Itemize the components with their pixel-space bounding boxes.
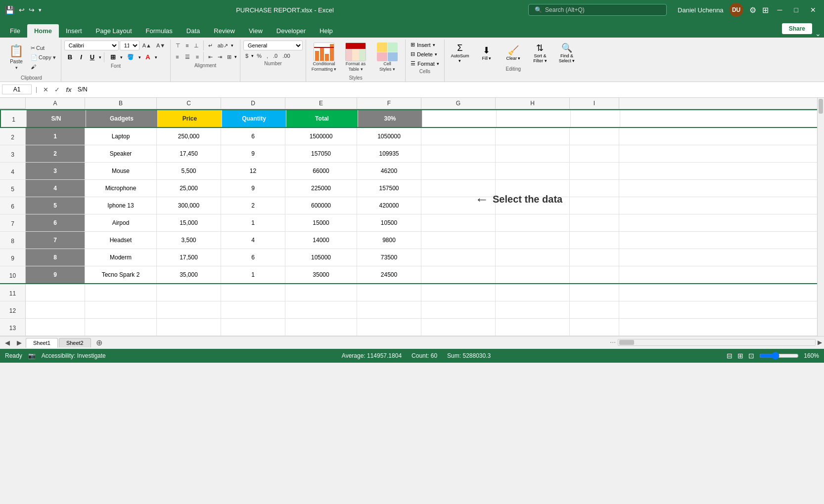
cell-f13[interactable] <box>357 319 421 336</box>
undo-icon[interactable]: ↩ <box>19 6 25 14</box>
increase-font-button[interactable]: A▲ <box>140 42 153 49</box>
underline-button[interactable]: U <box>87 52 98 62</box>
cell-h1[interactable] <box>497 110 571 127</box>
tab-view[interactable]: View <box>242 24 270 38</box>
horizontal-scrollbar-thumb[interactable] <box>619 340 634 345</box>
cell-e4[interactable]: 66000 <box>285 163 357 179</box>
vertical-scrollbar[interactable] <box>817 98 824 336</box>
tab-page-layout[interactable]: Page Layout <box>89 24 139 38</box>
paste-button[interactable]: 📋 Paste ▾ <box>5 42 28 72</box>
cell-d10[interactable]: 1 <box>221 266 285 283</box>
tab-insert[interactable]: Insert <box>59 24 89 38</box>
confirm-formula-icon[interactable]: ✓ <box>52 85 62 94</box>
font-family-select[interactable]: Calibri <box>64 41 119 50</box>
normal-view-icon[interactable]: ⊟ <box>727 352 732 360</box>
decrease-font-button[interactable]: A▼ <box>154 42 167 49</box>
col-header-h[interactable]: H <box>496 98 570 109</box>
cell-f11[interactable] <box>357 284 421 301</box>
decrease-indent-button[interactable]: ⇤ <box>206 53 215 61</box>
cell-a4[interactable]: 3 <box>26 163 85 179</box>
cell-g7[interactable] <box>421 214 496 231</box>
cell-a1[interactable]: S/N <box>27 110 86 127</box>
cell-d13[interactable] <box>221 319 285 336</box>
cell-b10[interactable]: Tecno Spark 2 <box>85 266 157 283</box>
wrap-text-button[interactable]: ↵ <box>206 42 215 50</box>
col-header-b[interactable]: B <box>85 98 157 109</box>
maximize-btn[interactable]: □ <box>791 5 801 15</box>
merge-center-button[interactable]: ⊞ <box>225 53 233 61</box>
cell-a8[interactable]: 7 <box>26 232 85 249</box>
cell-i2[interactable] <box>570 128 619 145</box>
cell-d5[interactable]: 9 <box>221 180 285 197</box>
cell-h12[interactable] <box>496 301 570 318</box>
cell-c6[interactable]: 300,000 <box>157 197 221 214</box>
font-color-button[interactable]: A <box>142 52 153 62</box>
add-sheet-button[interactable]: ⊕ <box>92 337 106 348</box>
clear-button[interactable]: 🧹 Clear ▾ <box>501 43 526 63</box>
cell-e3[interactable]: 157050 <box>285 145 357 162</box>
cell-b6[interactable]: Iphone 13 <box>85 197 157 214</box>
cell-f2[interactable]: 1050000 <box>357 128 421 145</box>
zoom-slider[interactable] <box>759 352 799 360</box>
tab-formulas[interactable]: Formulas <box>139 24 180 38</box>
cell-i11[interactable] <box>570 284 619 301</box>
cell-b5[interactable]: Microphone <box>85 180 157 197</box>
cell-a13[interactable] <box>26 319 85 336</box>
cell-e12[interactable] <box>285 301 357 318</box>
font-color-dropdown-icon[interactable]: ▾ <box>155 55 157 60</box>
cell-h4[interactable] <box>496 163 570 179</box>
row-num-3[interactable]: 3 <box>0 145 26 162</box>
align-left-button[interactable]: ≡ <box>174 53 181 61</box>
scrollbar-thumb[interactable] <box>819 99 823 114</box>
cell-g1[interactable] <box>422 110 497 127</box>
delete-button[interactable]: ⊟ Delete ▾ <box>409 50 441 58</box>
row-num-5[interactable]: 5 <box>0 180 26 197</box>
merge-dropdown-icon[interactable]: ▾ <box>234 54 237 59</box>
user-avatar[interactable]: DU <box>730 3 743 17</box>
cell-a3[interactable]: 2 <box>26 145 85 162</box>
col-header-d[interactable]: D <box>221 98 285 109</box>
cell-c13[interactable] <box>157 319 221 336</box>
cell-e13[interactable] <box>285 319 357 336</box>
cell-g3[interactable] <box>421 145 496 162</box>
cell-d12[interactable] <box>221 301 285 318</box>
cell-i5[interactable] <box>570 180 619 197</box>
col-header-f[interactable]: F <box>357 98 421 109</box>
save-icon[interactable]: 💾 <box>5 5 15 15</box>
tab-home[interactable]: Home <box>27 24 59 38</box>
cell-d6[interactable]: 2 <box>221 197 285 214</box>
row-num-8[interactable]: 8 <box>0 232 26 249</box>
close-btn[interactable]: ✕ <box>807 5 819 15</box>
cell-h2[interactable] <box>496 128 570 145</box>
settings-icon[interactable]: ⚙ <box>749 5 756 15</box>
share-button[interactable]: Share <box>782 23 812 34</box>
cell-g9[interactable] <box>421 249 496 266</box>
cell-c12[interactable] <box>157 301 221 318</box>
cell-c11[interactable] <box>157 284 221 301</box>
cell-a10[interactable]: 9 <box>26 266 85 283</box>
cell-e10[interactable]: 35000 <box>285 266 357 283</box>
cell-i13[interactable] <box>570 319 619 336</box>
align-middle-button[interactable]: ≡ <box>183 42 190 49</box>
underline-dropdown-icon[interactable]: ▾ <box>99 55 101 60</box>
cell-i10[interactable] <box>570 266 619 283</box>
col-header-c[interactable]: C <box>157 98 221 109</box>
comma-button[interactable]: , <box>265 52 270 60</box>
format-dropdown-icon[interactable]: ▾ <box>437 61 439 66</box>
cell-a9[interactable]: 8 <box>26 249 85 266</box>
cell-e5[interactable]: 225000 <box>285 180 357 197</box>
fill-color-dropdown-icon[interactable]: ▾ <box>138 55 141 60</box>
number-format-select[interactable]: General <box>243 41 303 50</box>
decrease-decimal-button[interactable]: .0 <box>271 52 279 60</box>
cell-b9[interactable]: Moderm <box>85 249 157 266</box>
cell-b4[interactable]: Mouse <box>85 163 157 179</box>
cancel-formula-icon[interactable]: ✕ <box>41 85 50 94</box>
row-num-1[interactable]: 1 <box>1 110 27 127</box>
align-bottom-button[interactable]: ⊥ <box>192 42 201 50</box>
cell-c10[interactable]: 35,000 <box>157 266 221 283</box>
cell-c5[interactable]: 25,000 <box>157 180 221 197</box>
cell-g2[interactable] <box>421 128 496 145</box>
row-num-10[interactable]: 10 <box>0 266 26 283</box>
cell-i7[interactable] <box>570 214 619 231</box>
cell-f3[interactable]: 109935 <box>357 145 421 162</box>
